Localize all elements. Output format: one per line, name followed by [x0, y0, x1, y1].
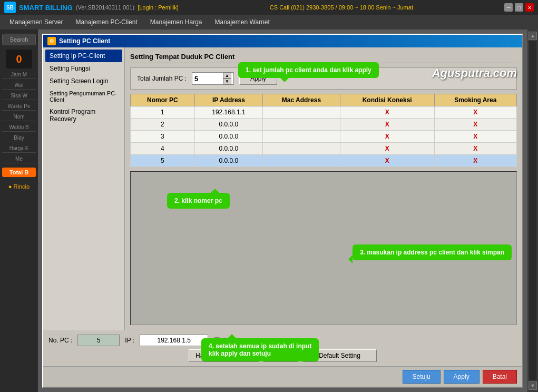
menu-manajemen-pc-client[interactable]: Manajemen PC-Client — [70, 16, 142, 28]
cell-ip: 192.168.1.1 — [194, 106, 262, 119]
cell-ip: 0.0.0.0 — [194, 119, 262, 131]
dialog-title: Setting PC Client — [59, 37, 110, 45]
dialog-nav: Setting Ip PC-Client Setting Fungsi Sett… — [43, 47, 125, 330]
col-kondisi: Kondisi Koneksi — [340, 94, 434, 106]
cell-kondisi: X — [340, 155, 434, 167]
cell-mac — [263, 143, 340, 155]
col-mac-address: Mac Address — [263, 94, 340, 106]
cell-mac — [263, 106, 340, 119]
cell-nomor: 1 — [131, 106, 195, 119]
app-version: (Ver.SB20140311.001) — [76, 4, 134, 11]
menu-manajemen-harga[interactable]: Manajemen Harga — [145, 16, 208, 28]
footer-apply-button[interactable]: Apply — [444, 370, 480, 384]
cell-smoking: X — [434, 155, 517, 167]
sidebar-rincian[interactable]: ● Rincio — [8, 183, 30, 190]
ip-address-input[interactable]: 192.168.1.5 — [140, 335, 208, 346]
window-controls: ─ □ ✕ — [504, 3, 534, 12]
callout-3: 3. masukan ip address pc client dan klik… — [353, 244, 512, 260]
nav-item-fungsi[interactable]: Setting Fungsi — [45, 62, 122, 75]
menu-bar: Manajemen Server Manajemen PC-Client Man… — [0, 15, 538, 30]
nav-item-ip[interactable]: Setting Ip PC-Client — [45, 50, 122, 62]
cell-ip: 0.0.0.0 — [194, 131, 262, 143]
sidebar-harga-label: Harga E — [2, 144, 36, 153]
cell-smoking: X — [434, 106, 517, 119]
cell-ip: 0.0.0.0 — [194, 143, 262, 155]
batal-button[interactable]: Batal — [483, 370, 517, 384]
total-jumlah-input[interactable]: 5 ▲ ▼ — [192, 72, 234, 85]
callout-2: 2. klik nomer pc — [167, 193, 230, 209]
sidebar-me-label: Me — [2, 155, 36, 163]
app-logo-icon: SB — [4, 2, 16, 13]
cs-call: CS Call (021) 2930-3805 / 09:00 ~ 18:00 … — [270, 4, 413, 11]
table-row[interactable]: 4 0.0.0.0 X X — [131, 143, 517, 155]
top-bar: SB SMART BILLING (Ver.SB20140311.001) [L… — [0, 0, 538, 15]
sidebar-jam-label: Jam M — [2, 71, 36, 79]
scroll-down-arrow[interactable]: ▼ — [529, 381, 537, 390]
sidebar-total: Total B — [2, 168, 36, 177]
dialog-body: Setting Ip PC-Client Setting Fungsi Sett… — [43, 47, 522, 330]
spin-buttons: ▲ ▼ — [223, 73, 231, 84]
cell-kondisi: X — [340, 131, 434, 143]
total-jumlah-label: Total Jumlah PC : — [137, 75, 187, 82]
cell-nomor: 4 — [131, 143, 195, 155]
counter-display: 0 — [6, 50, 32, 68]
cell-nomor: 2 — [131, 119, 195, 131]
sidebar-nom-label: Nom — [2, 113, 36, 121]
dialog-title-icon: ⚙ — [47, 37, 56, 45]
nav-item-pengumuman[interactable]: Setting Pengumuman PC-Client — [45, 87, 122, 105]
main-content: Search 0 Jam M Wal Sisa W Waktu Pe Nom W… — [0, 30, 538, 392]
app-name: SMART BILLING — [19, 4, 73, 12]
no-pc-label: No. PC : — [48, 337, 72, 344]
total-jumlah-value: 5 — [194, 75, 198, 83]
right-sidebar: ▲ ▼ — [527, 30, 538, 392]
close-button[interactable]: ✕ — [525, 3, 534, 12]
scroll-up-arrow[interactable]: ▲ — [529, 32, 537, 40]
setuju-button[interactable]: Setuju — [403, 370, 441, 384]
left-sidebar: Search 0 Jam M Wal Sisa W Waktu Pe Nom W… — [0, 30, 38, 392]
table-row[interactable]: 3 0.0.0.0 X X — [131, 131, 517, 143]
cell-smoking: X — [434, 119, 517, 131]
sidebar-sisa-label: Sisa W — [2, 92, 36, 100]
cell-smoking: X — [434, 131, 517, 143]
no-pc-value: 5 — [97, 337, 101, 344]
cell-kondisi: X — [340, 119, 434, 131]
dialog-title-bar: ⚙ Setting PC Client — [43, 35, 522, 47]
scroll-track — [529, 41, 536, 380]
cell-ip: 0.0.0.0 — [194, 155, 262, 167]
sidebar-biay-label: Biay — [2, 134, 36, 142]
callout-4: 4. setelah semua ip sudah di input klik … — [201, 338, 319, 361]
callout-1: 1. set jumlah pc client anda dan klik ap… — [238, 62, 379, 78]
spin-down[interactable]: ▼ — [223, 79, 231, 84]
section-title: Setting Tempat Duduk PC Client — [130, 53, 517, 63]
spin-up[interactable]: ▲ — [223, 73, 231, 79]
maximize-button[interactable]: □ — [515, 3, 523, 12]
dialog-main-content: Setting Tempat Duduk PC Client Total Jum… — [125, 47, 522, 330]
app-branding: SB SMART BILLING (Ver.SB20140311.001) [L… — [4, 2, 179, 13]
ip-value: 192.168.1.5 — [157, 337, 190, 344]
table-row[interactable]: 5 0.0.0.0 X X — [131, 155, 517, 167]
nav-item-screen-login[interactable]: Setting Screen Login — [45, 75, 122, 87]
minimize-button[interactable]: ─ — [504, 3, 513, 12]
table-row[interactable]: 2 0.0.0.0 X X — [131, 119, 517, 131]
sidebar-waktu-label: Waktu Pe — [2, 102, 36, 111]
cell-mac — [263, 119, 340, 131]
nav-item-kontrol[interactable]: Kontrol Program Recovery — [45, 105, 122, 125]
pc-table: Nomor PC IP Address Mac Address Kondisi … — [130, 94, 517, 167]
search-button[interactable]: Search — [2, 34, 36, 45]
center-panel: Agusputra.com 1. set jumlah pc client an… — [38, 30, 527, 392]
col-smoking: Smoking Area — [434, 94, 517, 106]
dialog-footer: Setuju Apply Batal — [43, 366, 522, 387]
cell-kondisi: X — [340, 106, 434, 119]
cell-smoking: X — [434, 143, 517, 155]
login-info: [Login : Pemilik] — [138, 4, 179, 11]
cell-mac — [263, 155, 340, 167]
col-nomor-pc: Nomor PC — [131, 94, 195, 106]
sidebar-wal-label: Wal — [2, 81, 36, 90]
table-row[interactable]: 1 192.168.1.1 X X — [131, 106, 517, 119]
sidebar-waktub-label: Waktu B — [2, 123, 36, 132]
menu-manajemen-warnet[interactable]: Manajemen Warnet — [210, 16, 275, 28]
cell-mac — [263, 131, 340, 143]
cell-kondisi: X — [340, 143, 434, 155]
no-pc-input[interactable]: 5 — [77, 335, 120, 346]
menu-manajemen-server[interactable]: Manajemen Server — [4, 16, 68, 28]
